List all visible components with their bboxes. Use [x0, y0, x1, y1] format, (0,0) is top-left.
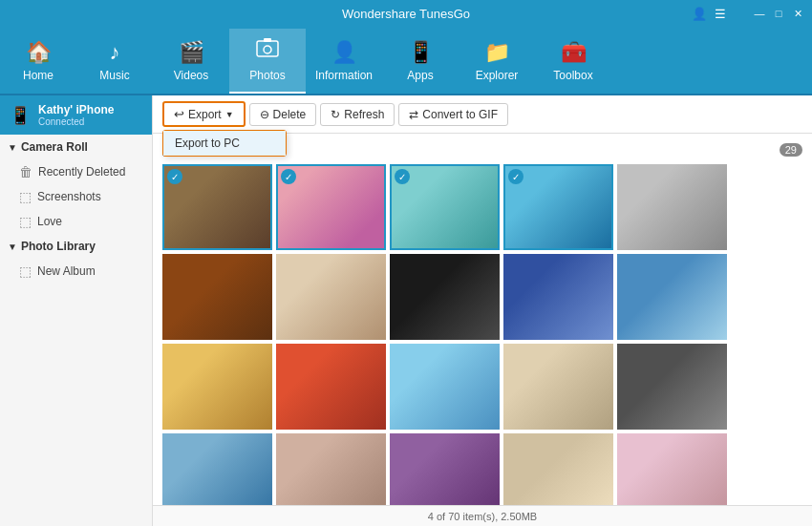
toolbox-icon: 🧰 — [561, 40, 587, 65]
device-icon: 📱 — [10, 105, 31, 126]
photo-thumb[interactable]: ✓ — [276, 164, 386, 250]
close-button[interactable]: ✕ — [791, 7, 804, 20]
photo-thumb[interactable] — [390, 254, 500, 340]
delete-icon: ⊖ — [260, 108, 269, 121]
photo-thumb[interactable] — [503, 254, 613, 340]
delete-button[interactable]: ⊖ Delete — [249, 103, 317, 126]
sidebar-item-screenshots[interactable]: ⬚ Screenshots — [0, 184, 152, 209]
photo-thumb[interactable] — [162, 344, 272, 430]
photo-thumb[interactable] — [390, 344, 500, 430]
photos-grid: ✓✓✓✓ — [159, 160, 806, 505]
photo-thumb[interactable]: ✓ — [390, 164, 500, 250]
device-details: Kathy' iPhone Connected — [38, 103, 115, 127]
nav-photos-label: Photos — [249, 69, 285, 82]
photo-content — [503, 433, 613, 505]
chevron-down-icon: ▼ — [8, 142, 17, 153]
refresh-button[interactable]: ↻ Refresh — [320, 103, 395, 126]
photo-thumb[interactable] — [617, 254, 727, 340]
export-icon: ↩ — [174, 107, 184, 121]
nav-videos[interactable]: 🎬 Videos — [153, 29, 229, 94]
check-overlay: ✓ — [167, 169, 182, 184]
export-dropdown: Export to PC — [162, 130, 287, 157]
photo-thumb[interactable] — [617, 433, 727, 505]
photo-content — [503, 254, 613, 340]
nav-music[interactable]: ♪ Music — [76, 29, 153, 94]
photo-content — [276, 344, 386, 430]
check-overlay: ✓ — [508, 169, 524, 184]
export-to-pc-item[interactable]: Export to PC — [163, 131, 286, 156]
export-label: Export — [188, 108, 222, 121]
refresh-label: Refresh — [344, 108, 384, 121]
photo-thumb[interactable] — [276, 254, 386, 340]
nav-photos[interactable]: Photos — [229, 29, 306, 94]
music-icon: ♪ — [110, 40, 120, 65]
user-icon: 👤 — [692, 7, 707, 21]
nav-home[interactable]: 🏠 Home — [0, 29, 76, 94]
love-icon: ⬚ — [19, 214, 32, 229]
toolbar: ↩ Export ▼ ⊖ Delete ↻ Refresh ⇄ Convert … — [153, 95, 812, 134]
sidebar-section-camera-roll[interactable]: ▼ Camera Roll — [0, 135, 152, 159]
delete-label: Delete — [273, 108, 307, 121]
device-info: 📱 Kathy' iPhone Connected — [0, 95, 152, 135]
photo-thumb[interactable] — [390, 433, 500, 505]
photo-thumb[interactable] — [503, 433, 613, 505]
convert-gif-button[interactable]: ⇄ Convert to GIF — [398, 103, 508, 126]
convert-icon: ⇄ — [409, 108, 418, 121]
recently-deleted-label: Recently Deleted — [38, 165, 125, 179]
photo-content — [617, 344, 727, 430]
photo-thumb[interactable]: ✓ — [503, 164, 613, 250]
photo-content — [390, 344, 500, 430]
photo-content — [162, 433, 272, 505]
nav-information[interactable]: 👤 Information — [306, 29, 382, 94]
photo-content — [276, 433, 386, 505]
device-status: Connected — [38, 116, 115, 127]
nav-toolbox-label: Toolbox — [553, 69, 592, 82]
photo-content — [390, 433, 500, 505]
photo-thumb[interactable]: ✓ — [162, 164, 272, 250]
home-icon: 🏠 — [26, 40, 52, 65]
svg-rect-1 — [264, 38, 271, 42]
photo-thumb[interactable] — [276, 344, 386, 430]
nav-videos-label: Videos — [174, 69, 208, 82]
refresh-icon: ↻ — [331, 108, 340, 121]
love-label: Love — [37, 215, 62, 228]
sidebar-item-love[interactable]: ⬚ Love — [0, 209, 152, 234]
photo-thumb[interactable] — [617, 344, 727, 430]
app-title: Wondershare TunesGo — [342, 7, 470, 21]
nav-explorer[interactable]: 📁 Explorer — [459, 29, 535, 94]
photos-area[interactable]: 2016-08-24 29 ✓✓✓✓ — [153, 134, 812, 505]
svg-point-2 — [264, 46, 271, 53]
convert-label: Convert to GIF — [422, 108, 498, 121]
titlebar: Wondershare TunesGo 👤 ☰ — □ ✕ — [0, 0, 812, 27]
screenshot-icon: ⬚ — [19, 189, 32, 204]
export-button[interactable]: ↩ Export ▼ — [162, 101, 246, 127]
photo-thumb[interactable] — [162, 433, 272, 505]
user-icon-area: 👤 ☰ — [692, 7, 726, 21]
sidebar-item-new-album[interactable]: ⬚ New Album — [0, 259, 152, 284]
photo-thumb[interactable] — [162, 254, 272, 340]
content-area: ↩ Export ▼ ⊖ Delete ↻ Refresh ⇄ Convert … — [153, 95, 812, 526]
album-icon: ⬚ — [19, 263, 32, 279]
new-album-label: New Album — [37, 264, 96, 278]
status-bar: 4 of 70 item(s), 2.50MB — [153, 505, 812, 526]
navbar: 🏠 Home ♪ Music 🎬 Videos Photos 👤 Informa… — [0, 27, 812, 95]
minimize-button[interactable]: — — [753, 7, 766, 20]
status-text: 4 of 70 item(s), 2.50MB — [428, 511, 537, 522]
photo-thumb[interactable] — [617, 164, 727, 250]
nav-toolbox[interactable]: 🧰 Toolbox — [535, 29, 611, 94]
nav-apps[interactable]: 📱 Apps — [382, 29, 459, 94]
sidebar-item-recently-deleted[interactable]: 🗑 Recently Deleted — [0, 159, 152, 184]
maximize-button[interactable]: □ — [772, 7, 785, 20]
sidebar-section-photo-library[interactable]: ▼ Photo Library — [0, 234, 152, 259]
device-name: Kathy' iPhone — [38, 103, 115, 116]
screenshots-label: Screenshots — [37, 190, 101, 203]
explorer-icon: 📁 — [484, 40, 510, 65]
information-icon: 👤 — [331, 40, 357, 65]
photo-content — [276, 254, 386, 340]
nav-information-label: Information — [315, 69, 373, 82]
photo-thumb[interactable] — [503, 344, 613, 430]
nav-music-label: Music — [99, 69, 129, 82]
photo-content — [162, 254, 272, 340]
photos-icon — [256, 38, 279, 65]
photo-thumb[interactable] — [276, 433, 386, 505]
